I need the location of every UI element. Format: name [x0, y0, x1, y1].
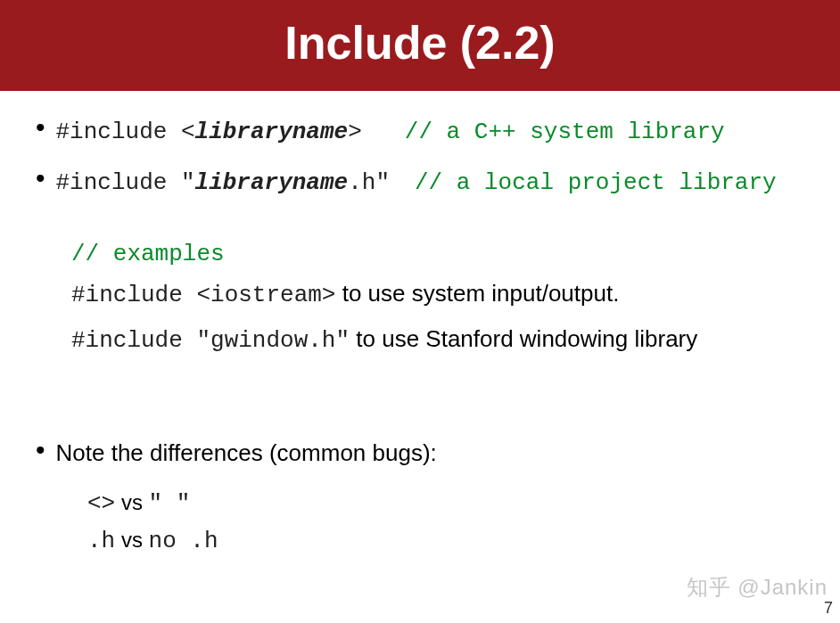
note-heading: Note the differences (common bugs):: [56, 439, 437, 467]
example-1-code: #include <iostream>: [71, 282, 335, 308]
example-line-1: #include <iostream> to use system input/…: [71, 276, 822, 313]
code-libname: libraryname: [195, 169, 349, 196]
example-line-2: #include "gwindow.h" to use Stanford win…: [71, 322, 822, 358]
bullet-icon: •: [36, 437, 45, 463]
bullet-item-2: • #include "libraryname.h"// a local pro…: [36, 167, 822, 196]
example-2-text: to use Stanford windowing library: [350, 325, 697, 352]
title-text: Include (2.2): [284, 17, 555, 69]
bullet-icon: •: [36, 165, 45, 192]
page-number: 7: [824, 599, 833, 618]
bullet-item-1: • #include <libraryname>// a C++ system …: [36, 116, 822, 145]
note-sublist: <> vs " " .h vs no .h: [87, 488, 822, 554]
bullet-1-body: #include <libraryname>// a C++ system li…: [56, 119, 725, 145]
code-comment: // a C++ system library: [405, 119, 725, 145]
example-1-text: to use system input/output.: [335, 280, 619, 307]
code-suffix: >: [348, 119, 362, 145]
examples-heading: // examples: [71, 241, 822, 267]
slide-content: • #include <libraryname>// a C++ system …: [0, 91, 840, 554]
note-1b: " ": [149, 490, 191, 517]
code-comment: // a local project library: [415, 169, 777, 196]
watermark: 知乎 @Jankin: [687, 573, 828, 602]
note-2-vs: vs: [115, 528, 148, 552]
note-line-2: .h vs no .h: [87, 526, 822, 554]
examples-block: // examples #include <iostream> to use s…: [71, 241, 822, 358]
bullet-icon: •: [36, 114, 45, 141]
slide-title: Include (2.2): [0, 0, 840, 91]
bullet-2-body: #include "libraryname.h"// a local proje…: [56, 169, 777, 196]
note-2b: no .h: [149, 528, 218, 554]
code-prefix: #include ": [56, 169, 195, 196]
example-2-code: #include "gwindow.h": [71, 327, 350, 354]
note-1a: <>: [87, 490, 115, 517]
note-2a: .h: [87, 528, 115, 554]
code-libname: libraryname: [195, 119, 349, 145]
code-prefix: #include <: [56, 119, 195, 145]
bullet-item-3: • Note the differences (common bugs):: [36, 439, 822, 467]
note-1-vs: vs: [115, 490, 148, 514]
code-suffix: .h": [348, 169, 390, 196]
note-line-1: <> vs " ": [87, 488, 822, 517]
note-block: • Note the differences (common bugs): <>…: [36, 439, 822, 554]
